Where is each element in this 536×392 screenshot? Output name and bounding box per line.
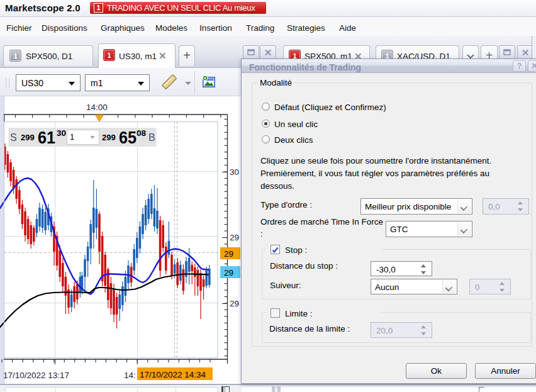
svg-text:299: 299 [21,133,35,142]
svg-text:29: 29 [224,249,233,259]
svg-text:29: 29 [230,299,239,308]
svg-text:30: 30 [230,167,239,177]
svg-text:17/10/2022 14:34: 17/10/2022 14:34 [140,370,206,379]
svg-text:1: 1 [70,132,74,142]
svg-text:14:00: 14:00 [86,103,108,112]
svg-text:14:: 14: [124,371,136,380]
svg-text:29: 29 [224,268,233,277]
svg-text:65: 65 [119,128,137,147]
svg-text:61: 61 [38,128,55,147]
svg-text:29: 29 [230,233,239,242]
svg-text:17/10/2022 13:17: 17/10/2022 13:17 [3,371,69,380]
svg-text:299: 299 [102,133,116,142]
svg-text:B: B [148,132,155,143]
svg-text:S: S [10,132,17,143]
svg-text:30: 30 [57,128,66,138]
svg-text:08: 08 [137,128,147,138]
